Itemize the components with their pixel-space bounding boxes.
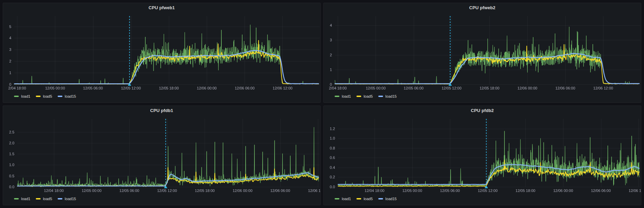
legend-item-load5[interactable]: load5 [36,197,52,201]
legend-swatch-load1 [335,198,339,199]
legend-swatch-load15 [58,96,62,97]
legend-item-load1[interactable]: load1 [335,94,351,98]
panel-title[interactable]: CPU pfdb2 [324,106,641,115]
chart-legend: load1 load5 load15 [324,92,641,102]
legend-label: load15 [65,94,76,98]
legend-swatch-load5 [356,198,361,199]
dashboard-grid: { "theme": { "background": "#111217", "p… [0,0,644,208]
legend-item-load5[interactable]: load5 [356,197,373,201]
panel-cpu-pfweb1: CPU pfweb1 load1 load5 load15 [3,3,321,103]
legend-label: load15 [65,197,76,201]
legend-label: load15 [385,94,397,98]
legend-swatch-load5 [36,198,41,199]
chart-legend: load1 load5 load15 [3,92,320,102]
legend-item-load15[interactable]: load15 [58,197,76,201]
panel-title[interactable]: CPU pfweb1 [3,3,320,13]
legend-label: load5 [364,94,373,98]
time-series-chart[interactable] [324,13,641,92]
legend-label: load5 [43,197,52,201]
legend-swatch-load15 [378,96,383,97]
chart-area [324,13,641,92]
time-series-chart[interactable] [3,115,320,195]
chart-legend: load1 load5 load15 [324,194,641,205]
legend-label: load1 [21,94,30,98]
legend-item-load1[interactable]: load1 [14,197,30,201]
legend-swatch-load1 [14,198,19,199]
legend-label: load15 [385,197,397,201]
legend-label: load1 [342,94,351,98]
panel-title[interactable]: CPU pfweb2 [324,3,641,13]
legend-swatch-load1 [335,96,339,97]
legend-label: load1 [342,197,351,201]
panel-cpu-pfdb2: CPU pfdb2 load1 load5 load15 [323,106,641,206]
panel-cpu-pfweb2: CPU pfweb2 load1 load5 load15 [323,3,641,103]
legend-swatch-load15 [58,198,62,199]
legend-item-load5[interactable]: load5 [356,94,373,98]
chart-area [3,115,320,195]
legend-item-load1[interactable]: load1 [335,197,351,201]
legend-swatch-load1 [14,96,19,97]
legend-label: load5 [364,197,373,201]
legend-item-load15[interactable]: load15 [378,197,397,201]
legend-label: load5 [43,94,52,98]
panel-cpu-pfdb1: CPU pfdb1 load1 load5 load15 [3,106,321,206]
legend-swatch-load15 [378,198,383,199]
legend-item-load15[interactable]: load15 [58,94,76,98]
time-series-chart[interactable] [3,13,320,92]
time-series-chart[interactable] [324,115,641,195]
legend-item-load1[interactable]: load1 [14,94,30,98]
chart-area [324,115,641,195]
legend-label: load1 [21,197,30,201]
chart-legend: load1 load5 load15 [3,194,320,205]
legend-item-load5[interactable]: load5 [36,94,52,98]
legend-item-load15[interactable]: load15 [378,94,397,98]
legend-swatch-load5 [36,96,41,97]
chart-area [3,13,320,92]
panel-title[interactable]: CPU pfdb1 [3,106,320,115]
legend-swatch-load5 [356,96,361,97]
